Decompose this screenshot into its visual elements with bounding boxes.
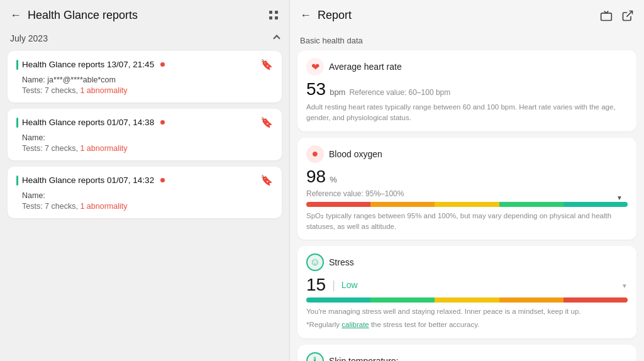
report-tests: Tests: 7 checks, 1 abnormality bbox=[22, 86, 273, 95]
unread-dot bbox=[160, 178, 165, 182]
left-panel: ← Health Glance reports July 2023 Health… bbox=[0, 0, 289, 361]
back-icon-left[interactable]: ← bbox=[10, 9, 21, 22]
reports-list: Health Glance reports 13/07, 21:45 🔖 Nam… bbox=[0, 48, 289, 361]
color-bar: ▼ bbox=[306, 202, 628, 207]
report-card-title: Health Glance reports 01/07, 14:38 bbox=[16, 118, 165, 128]
abnormality-text: 1 abnormality bbox=[80, 202, 127, 211]
stress-value: 15 bbox=[306, 275, 326, 295]
bar-teal bbox=[564, 202, 628, 207]
left-header: ← Health Glance reports bbox=[0, 0, 289, 28]
calibrate-link[interactable]: calibrate bbox=[341, 321, 369, 328]
bar-green bbox=[370, 297, 435, 303]
metric-name: Stress bbox=[329, 257, 354, 267]
report-card-body: Name: ja***@****able*com Tests: 7 checks… bbox=[16, 75, 273, 95]
bar-green bbox=[499, 202, 564, 207]
bar-indicator-small: ▼ bbox=[621, 282, 628, 289]
report-card-header: Health Glance reports 13/07, 21:45 🔖 bbox=[16, 58, 273, 70]
header-icons bbox=[600, 9, 634, 22]
report-title-text: Health Glance reports 01/07, 14:38 bbox=[22, 118, 154, 127]
stress-color-bar bbox=[306, 297, 628, 303]
bar-orange bbox=[370, 202, 435, 207]
metric-value: 98 bbox=[306, 167, 326, 187]
bookmark-icon[interactable]: 🔖 bbox=[260, 174, 273, 186]
report-card[interactable]: Health Glance reports 01/07, 14:32 🔖 Nam… bbox=[8, 167, 282, 218]
report-name: Name: ja***@****able*com bbox=[22, 75, 273, 84]
report-name: Name: bbox=[22, 133, 273, 142]
oxygen-icon: ● bbox=[306, 145, 324, 163]
abnormality-text: 1 abnormality bbox=[80, 86, 127, 95]
report-card-body: Name: Tests: 7 checks, 1 abnormality bbox=[16, 191, 273, 211]
stress-note: *Regularly calibrate the stress test for… bbox=[306, 319, 628, 330]
metric-value-row: 53 bpm Reference value: 60–100 bpm bbox=[306, 79, 628, 99]
month-header: July 2023 bbox=[0, 28, 289, 48]
metric-unit: % bbox=[330, 175, 337, 184]
report-card-body: Name: Tests: 7 checks, 1 abnormality bbox=[16, 133, 273, 153]
metric-name: Skin temperature: bbox=[329, 356, 399, 362]
heart-icon: ❤ bbox=[306, 58, 324, 75]
color-bar-visual bbox=[306, 297, 628, 303]
color-bar-visual bbox=[306, 202, 628, 207]
bar-red bbox=[564, 297, 628, 303]
metric-header: ☺ Stress bbox=[306, 253, 628, 271]
bar-red bbox=[306, 202, 370, 207]
metric-header: 🌡 Skin temperature: bbox=[306, 352, 628, 362]
metric-header: ● Blood oxygen bbox=[306, 145, 628, 163]
metric-unit: bpm bbox=[330, 87, 345, 97]
bar-indicator: ▼ bbox=[616, 194, 623, 201]
back-icon-right[interactable]: ← bbox=[300, 9, 311, 22]
bar-orange bbox=[499, 297, 564, 303]
report-card[interactable]: Health Glance reports 01/07, 14:38 🔖 Nam… bbox=[8, 109, 282, 160]
metric-desc: You're managing stress well and staying … bbox=[306, 306, 628, 317]
metric-header: ❤ Average heart rate bbox=[306, 58, 628, 75]
stress-card: ☺ Stress 15 | Low ▼ You're bbox=[297, 246, 636, 338]
unread-dot bbox=[160, 62, 165, 67]
report-card-header: Health Glance reports 01/07, 14:38 🔖 bbox=[16, 116, 273, 128]
stress-value-row: 15 | Low ▼ bbox=[306, 275, 628, 295]
heart-rate-card: ❤ Average heart rate 53 bpm Reference va… bbox=[297, 50, 636, 131]
report-title-text: Health Glance reports 13/07, 21:45 bbox=[22, 60, 154, 69]
bar-yellow bbox=[435, 297, 499, 303]
metric-ref: Reference value: 95%–100% bbox=[306, 189, 628, 198]
section-title: Basic health data bbox=[300, 36, 636, 45]
metric-desc: Adult resting heart rates typically rang… bbox=[306, 102, 628, 124]
green-bar-icon bbox=[16, 175, 18, 186]
export-icon[interactable] bbox=[621, 9, 634, 22]
right-title: Report bbox=[318, 9, 594, 22]
report-tests: Tests: 7 checks, 1 abnormality bbox=[22, 202, 273, 211]
skin-temp-card: 🌡 Skin temperature: 32.8 °C At typical r… bbox=[297, 345, 636, 362]
bookmark-icon[interactable]: 🔖 bbox=[260, 58, 273, 70]
metric-desc: SpO₂ typically ranges between 95% and 10… bbox=[306, 211, 628, 233]
metric-ref: Reference value: 60–100 bpm bbox=[349, 88, 450, 97]
metric-value-row: 98 % bbox=[306, 167, 628, 187]
temp-icon: 🌡 bbox=[306, 352, 324, 362]
green-bar-icon bbox=[16, 60, 18, 70]
report-card-header: Health Glance reports 01/07, 14:32 🔖 bbox=[16, 174, 273, 186]
bar-teal bbox=[306, 297, 370, 303]
unread-dot bbox=[160, 120, 165, 125]
abnormality-text: 1 abnormality bbox=[80, 144, 127, 153]
right-header: ← Report bbox=[290, 0, 644, 28]
stress-icon: ☺ bbox=[306, 253, 324, 271]
collapse-icon[interactable] bbox=[273, 35, 280, 42]
month-label: July 2023 bbox=[10, 33, 48, 43]
metric-name: Average heart rate bbox=[329, 62, 402, 72]
more-options-icon[interactable] bbox=[269, 11, 279, 21]
stress-level: Low bbox=[341, 280, 358, 290]
metric-name: Blood oxygen bbox=[329, 149, 382, 159]
bar-yellow bbox=[435, 202, 499, 207]
report-card-title: Health Glance reports 13/07, 21:45 bbox=[16, 60, 165, 70]
right-content: Basic health data ❤ Average heart rate 5… bbox=[290, 28, 644, 361]
report-title-text: Health Glance reports 01/07, 14:32 bbox=[22, 175, 154, 185]
green-bar-icon bbox=[16, 118, 18, 128]
metric-value: 53 bbox=[306, 79, 326, 99]
report-card[interactable]: Health Glance reports 13/07, 21:45 🔖 Nam… bbox=[8, 51, 282, 103]
share-tag-icon[interactable] bbox=[600, 9, 613, 22]
report-tests: Tests: 7 checks, 1 abnormality bbox=[22, 144, 273, 153]
bookmark-icon[interactable]: 🔖 bbox=[260, 116, 273, 128]
stress-divider: | bbox=[332, 279, 335, 292]
left-title: Health Glance reports bbox=[28, 9, 263, 22]
blood-oxygen-card: ● Blood oxygen 98 % Reference value: 95%… bbox=[297, 138, 636, 240]
report-name: Name: bbox=[22, 191, 273, 200]
svg-line-0 bbox=[626, 11, 632, 16]
right-panel: ← Report Basic health data ❤ bbox=[290, 0, 644, 361]
